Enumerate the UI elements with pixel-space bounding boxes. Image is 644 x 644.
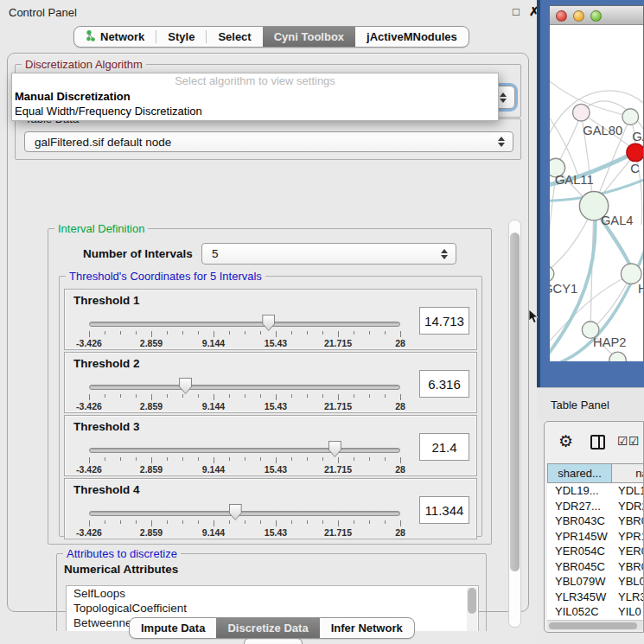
threshold-value-box[interactable]: 21.4 — [419, 433, 469, 461]
tick — [136, 457, 137, 461]
tick — [229, 457, 230, 461]
apply-button[interactable]: Apply — [244, 638, 303, 644]
tick — [276, 331, 277, 337]
interval-definition-group: Interval Definition Number of Intervals … — [48, 228, 492, 545]
table-row[interactable]: YLR345WYLR3 — [547, 590, 644, 605]
tick — [245, 331, 245, 335]
dropdown-option-equal-width[interactable]: Equal Width/Frequency Discretization — [12, 104, 498, 118]
tick — [89, 394, 90, 400]
threshold-slider-thumb[interactable] — [229, 504, 242, 520]
network-canvas[interactable]: GAL80GACGAL11GAL4GCY1HHAP2 — [550, 25, 643, 361]
tick — [385, 394, 386, 398]
table-panel-bar: Table Panel — [537, 387, 644, 420]
group-title: Threshold's Coordinates for 5 Intervals — [66, 270, 265, 283]
tab-cyni-toolbox[interactable]: Cyni Toolbox — [263, 27, 355, 47]
threshold-label: Threshold 1 — [73, 294, 140, 307]
tab-style[interactable]: Style — [156, 27, 206, 47]
network-node-gal80[interactable] — [573, 104, 590, 121]
list-item[interactable]: SelfLoops — [67, 586, 478, 601]
table-row[interactable]: YDR27...YDR2 — [547, 499, 644, 514]
tick — [120, 331, 121, 335]
threshold-label: Threshold 2 — [73, 357, 140, 370]
table-horizontal-scrollbar[interactable] — [547, 620, 643, 630]
cell-name: YBR0 — [611, 559, 644, 575]
tab-network[interactable]: Network — [74, 27, 156, 47]
float-window-icon[interactable]: □ — [513, 5, 520, 18]
threshold-slider-track[interactable] — [89, 322, 400, 327]
combo-spinner-icon — [498, 137, 505, 147]
tick-label: 28 — [395, 527, 405, 538]
cell-shared-name: YDL19... — [547, 483, 611, 499]
network-node-c[interactable] — [627, 143, 643, 162]
cell-shared-name: YER054C — [547, 544, 611, 559]
group-title: Interval Definition — [54, 222, 148, 235]
mac-zoom-button[interactable] — [590, 10, 602, 22]
threshold-slider-thumb[interactable] — [328, 441, 341, 457]
column-header-name[interactable]: na — [612, 463, 644, 483]
tab-discretize-data[interactable]: Discretize Data — [216, 618, 319, 638]
number-of-intervals-combobox[interactable]: 5 — [201, 243, 456, 265]
tick — [182, 457, 183, 461]
threshold-slider-track[interactable] — [89, 448, 400, 453]
threshold-slider-track[interactable] — [89, 385, 400, 390]
columns-icon[interactable] — [590, 435, 605, 450]
tick — [198, 331, 199, 335]
list-item[interactable]: TopologicalCoefficient — [67, 601, 478, 615]
threshold-slider-track[interactable] — [89, 511, 400, 516]
attributes-list-scrollbar[interactable] — [467, 587, 477, 631]
dropdown-option-manual[interactable]: Manual Discretization — [12, 89, 498, 104]
checkbox-icon[interactable]: ☑ — [617, 434, 628, 448]
threshold-label: Threshold 4 — [73, 483, 140, 496]
tick — [167, 457, 168, 461]
tick — [214, 394, 214, 400]
table-row[interactable]: YBL079WYBL0 — [547, 574, 644, 590]
network-window-titlebar[interactable] — [550, 6, 643, 25]
network-node-ga[interactable] — [622, 109, 639, 125]
mac-close-button[interactable] — [556, 10, 567, 22]
tick-label: 21.715 — [324, 401, 352, 411]
network-node-h[interactable] — [621, 264, 641, 284]
checkbox-icon[interactable]: ☑ — [628, 434, 640, 448]
mac-minimize-button[interactable] — [573, 10, 584, 22]
table-rows: YDL19...YDL1YDR27...YDR2YBR043CYBR0YPR14… — [547, 483, 644, 620]
threshold-value-box[interactable]: 14.713 — [419, 307, 469, 335]
tab-impute-data[interactable]: Impute Data — [130, 618, 216, 638]
table-row[interactable]: YBR045CYBR0 — [547, 559, 644, 575]
combo-spinner-icon — [500, 92, 507, 103]
cell-name: YBR0 — [611, 513, 644, 529]
node-label: GAL4 — [601, 214, 634, 227]
tick — [151, 457, 152, 463]
settings-scrollbar[interactable] — [508, 220, 521, 628]
table-row[interactable]: YER054CYER0 — [547, 544, 644, 559]
gear-icon[interactable]: ⚙ — [558, 431, 573, 451]
tab-label: Style — [168, 30, 194, 43]
cell-shared-name: YIL052C — [547, 604, 611, 620]
threshold-row: Threshold 2-3.4262.8599.14415.4321.71528… — [64, 352, 477, 413]
table-row[interactable]: YIL052CYIL0 — [547, 604, 644, 620]
threshold-slider-thumb[interactable] — [179, 378, 192, 394]
tick — [167, 394, 168, 398]
threshold-slider-thumb[interactable] — [262, 315, 275, 331]
threshold-value-box[interactable]: 11.344 — [419, 496, 469, 524]
tick — [369, 457, 370, 461]
threshold-value-box[interactable]: 6.316 — [419, 370, 469, 398]
tab-label: Network — [100, 30, 144, 43]
table-data-combobox[interactable]: galFiltered.sif default node — [24, 131, 513, 152]
tick — [167, 331, 168, 335]
table-row[interactable]: YDL19...YDL1 — [547, 483, 644, 499]
tab-infer-network[interactable]: Infer Network — [320, 618, 414, 638]
tick — [89, 331, 90, 337]
tab-jactivemnodules[interactable]: jActiveMNodules — [355, 27, 469, 47]
tick — [260, 457, 261, 461]
network-node-gcy1[interactable] — [550, 266, 554, 282]
table-row[interactable]: YPR145WYPR1 — [547, 529, 644, 545]
tick-label: 9.144 — [202, 338, 225, 348]
tab-select[interactable]: Select — [207, 27, 262, 47]
tick — [322, 331, 323, 335]
tab-label: Cyni Toolbox — [274, 30, 344, 43]
column-header-shared-name[interactable]: shared... — [547, 463, 612, 483]
tick-label: 2.859 — [140, 338, 163, 348]
table-row[interactable]: YBR043CYBR0 — [547, 513, 644, 529]
tick — [400, 331, 401, 337]
tick — [276, 520, 277, 526]
